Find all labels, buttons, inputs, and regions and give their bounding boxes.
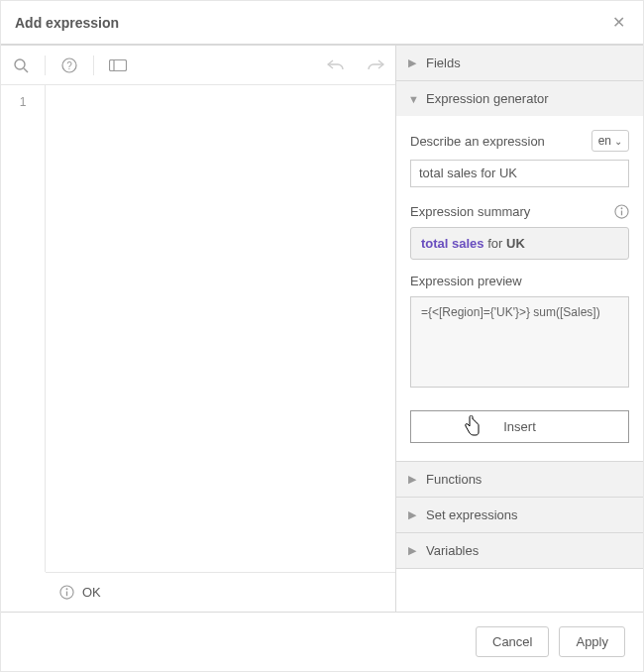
summary-measure: total sales [421,236,484,251]
section-functions-header[interactable]: ▶ Functions [396,462,643,497]
svg-line-1 [24,68,28,72]
right-panel: ▶ Fields ▼ Expression generator Describe… [396,46,643,612]
svg-point-7 [66,588,68,590]
status-text: OK [82,585,101,600]
search-icon[interactable] [1,46,41,85]
apply-button[interactable]: Apply [559,626,625,657]
separator [93,56,94,75]
section-set-expressions: ▶ Set expressions [396,498,643,533]
cursor-hand-icon [464,415,482,437]
summary-mid: for [484,236,506,251]
insert-label: Insert [503,419,536,434]
section-expr-gen-header[interactable]: ▼ Expression generator [396,81,643,116]
toolbar-right [316,46,395,85]
code-area[interactable] [46,85,395,572]
section-variables-header[interactable]: ▶ Variables [396,533,643,568]
section-expression-generator: ▼ Expression generator Describe an expre… [396,81,643,462]
preview-box[interactable] [410,296,629,388]
chevron-right-icon: ▶ [408,473,418,486]
undo-icon[interactable] [316,46,356,85]
summary-dim: UK [506,236,525,251]
svg-point-0 [15,59,25,69]
language-select[interactable]: en ⌄ [591,130,629,152]
svg-rect-4 [110,59,127,70]
section-functions: ▶ Functions [396,462,643,498]
chevron-down-icon: ▼ [408,93,418,105]
section-label: Set expressions [426,507,518,522]
add-expression-dialog: Add expression ✕ ? [0,0,644,672]
line-number: 1 [1,95,45,109]
close-icon[interactable]: ✕ [608,9,629,36]
summary-label: Expression summary [410,204,614,219]
status-bar: OK [46,572,395,612]
editor-toolbar: ? [1,46,395,85]
separator [45,56,46,75]
svg-text:?: ? [66,60,72,71]
preview-label: Expression preview [410,274,629,288]
section-label: Expression generator [426,91,549,106]
chevron-right-icon: ▶ [408,544,418,557]
describe-input[interactable] [410,160,629,187]
toolbar-left: ? [1,46,138,85]
info-icon [59,585,74,600]
summary-row: Expression summary [410,204,629,219]
expression-editor: 1 [1,85,395,572]
chevron-right-icon: ▶ [408,56,418,69]
help-icon[interactable]: ? [50,46,89,85]
chevron-down-icon: ⌄ [614,136,622,147]
title-bar: Add expression ✕ [1,1,643,46]
info-icon[interactable] [614,204,629,219]
section-fields-header[interactable]: ▶ Fields [396,46,643,80]
dialog-title: Add expression [15,15,119,31]
section-label: Variables [426,543,479,558]
summary-box: total sales for UK [410,227,629,260]
section-label: Functions [426,472,482,487]
left-pane: ? 1 [1,46,396,612]
svg-point-10 [621,207,623,209]
dialog-footer: Cancel Apply [1,613,643,671]
section-fields: ▶ Fields [396,46,643,81]
line-gutter: 1 [1,85,46,572]
language-value: en [598,134,611,148]
cancel-button[interactable]: Cancel [476,626,549,657]
expr-gen-body: Describe an expression en ⌄ Expression s… [396,116,643,461]
panel-icon[interactable] [98,46,138,85]
section-label: Fields [426,56,461,70]
describe-label: Describe an expression [410,134,545,149]
dialog-body: ? 1 [1,46,643,613]
section-variables: ▶ Variables [396,533,643,569]
section-set-expr-header[interactable]: ▶ Set expressions [396,498,643,532]
insert-button[interactable]: Insert [410,410,629,443]
redo-icon[interactable] [356,46,395,85]
describe-row: Describe an expression en ⌄ [410,130,629,152]
chevron-right-icon: ▶ [408,508,418,521]
